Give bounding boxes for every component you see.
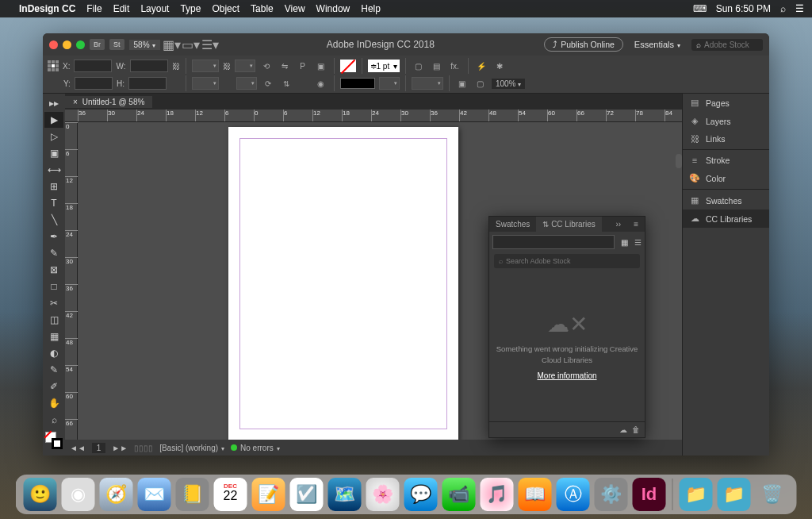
list-view-icon[interactable]: ☰ — [631, 236, 645, 248]
messages-icon[interactable]: 💬 — [404, 478, 438, 511]
scale-y-dropdown[interactable] — [192, 77, 219, 90]
rectangle-frame-tool[interactable]: ⊠ — [44, 262, 63, 278]
mail-icon[interactable]: ✉️ — [138, 478, 171, 511]
notes-icon[interactable]: 📝 — [252, 478, 285, 511]
zoom-level[interactable]: 58% — [129, 40, 160, 50]
flip-h-icon[interactable]: ⇋ — [278, 59, 292, 73]
screen-mode-icon[interactable]: ▭▾ — [184, 37, 198, 52]
h-input[interactable] — [128, 77, 167, 90]
menu-file[interactable]: File — [86, 3, 102, 14]
publish-online-button[interactable]: ⤴Publish Online — [544, 37, 623, 52]
page-tool[interactable]: ▣ — [44, 145, 63, 161]
fit-content-icon[interactable]: ▢ — [473, 76, 488, 90]
pen-tool[interactable]: ✒ — [44, 229, 63, 244]
stroke-style-dropdown[interactable] — [412, 77, 443, 90]
grid-view-icon[interactable]: ▦ — [618, 236, 631, 248]
document-tab[interactable]: ×Untitled-1 @ 58% — [65, 96, 152, 108]
collapse-icon[interactable]: ›› — [609, 217, 627, 232]
siri-icon[interactable]: ◉ — [62, 478, 95, 511]
contacts-icon[interactable]: 📒 — [176, 478, 209, 511]
ibooks-icon[interactable]: 📖 — [519, 478, 552, 511]
pencil-tool[interactable]: ✎ — [44, 245, 63, 261]
view-options-icon[interactable]: ☰▾ — [203, 37, 217, 52]
scissors-tool[interactable]: ✂ — [44, 295, 63, 311]
stock-search[interactable]: ⌕Adobe Stock — [691, 39, 763, 51]
trash-icon[interactable]: 🗑 — [632, 425, 640, 434]
cloud-sync-icon[interactable]: ☁ — [619, 425, 627, 434]
stock-button[interactable]: St — [109, 39, 124, 50]
expand-toolbox-icon[interactable]: ▸▸ — [44, 95, 63, 111]
spotlight-icon[interactable]: ⌕ — [780, 3, 786, 14]
fx-icon[interactable]: fx. — [448, 59, 462, 73]
bridge-button[interactable]: Br — [90, 39, 105, 50]
list-icon[interactable]: ☰ — [795, 3, 804, 14]
finder-icon[interactable]: 🙂 — [24, 478, 57, 511]
menu-edit[interactable]: Edit — [113, 3, 130, 14]
keyboard-icon[interactable]: ⌨︎ — [693, 3, 707, 14]
link-scale-icon[interactable]: ⛓ — [223, 62, 231, 71]
selection-tool[interactable]: ▶ — [44, 112, 63, 128]
reference-point-icon[interactable] — [48, 60, 59, 71]
panel-color[interactable]: 🎨Color — [683, 169, 769, 187]
x-input[interactable] — [74, 60, 112, 72]
maps-icon[interactable]: 🗺️ — [328, 478, 362, 511]
indesign-icon[interactable]: Id — [633, 478, 666, 511]
shear-dropdown[interactable] — [236, 77, 257, 90]
minimize-button[interactable] — [63, 40, 71, 49]
scale-x-dropdown[interactable] — [192, 60, 219, 72]
menu-layout[interactable]: Layout — [140, 3, 169, 14]
arrange-icon[interactable]: ▦▾ — [165, 37, 179, 52]
style-indicator[interactable]: [Basic] (working) — [159, 444, 224, 452]
menu-table[interactable]: Table — [251, 3, 274, 14]
fullscreen-button[interactable] — [76, 40, 85, 49]
direct-selection-tool[interactable]: ▷ — [44, 129, 63, 144]
page-nav-next[interactable]: ►► — [112, 444, 128, 452]
stroke-weight-input[interactable]: ≑1 pt▾ — [368, 60, 400, 72]
fill-stroke-proxy[interactable] — [45, 432, 63, 449]
panel-swatches[interactable]: ▦Swatches — [683, 191, 769, 210]
menu-object[interactable]: Object — [212, 3, 239, 14]
horizontal-ruler[interactable]: 363024181260612182430364248546066727884 — [65, 110, 682, 122]
zoom-tool[interactable]: ⌕ — [44, 412, 63, 428]
vertical-ruler[interactable]: 0612182430364248546066 — [65, 122, 78, 440]
fit-percent[interactable]: 100% — [492, 79, 526, 89]
swatches-tab[interactable]: Swatches — [489, 217, 536, 232]
gradient-feather-tool[interactable]: ◐ — [44, 345, 63, 361]
bolt-icon[interactable]: ⚡ — [474, 59, 488, 73]
folder-docs-icon[interactable]: 📁 — [718, 478, 751, 511]
text-wrap-icon[interactable]: ▤ — [430, 59, 444, 73]
page-number-field[interactable]: 1 — [92, 443, 106, 453]
eyedropper-tool[interactable]: ✐ — [44, 379, 63, 394]
facetime-icon[interactable]: 📹 — [442, 478, 476, 511]
scrollbar-thumb[interactable] — [676, 154, 682, 168]
stroke-dropdown[interactable] — [379, 77, 400, 90]
workspace-switcher[interactable]: Essentials — [628, 38, 687, 51]
hand-tool[interactable]: ✋ — [44, 395, 63, 411]
rotate-dropdown[interactable] — [235, 60, 255, 72]
p-icon[interactable]: P — [296, 59, 310, 73]
rotate-ccw-icon[interactable]: ⟲ — [259, 59, 274, 73]
stroke-swatch[interactable] — [340, 78, 375, 89]
cc-libraries-tab[interactable]: ⇅ CC Libraries — [536, 217, 601, 232]
y-input[interactable] — [75, 77, 113, 90]
preflight-status[interactable]: No errors — [231, 444, 280, 452]
photos-icon[interactable]: 🌸 — [366, 478, 400, 511]
more-info-link[interactable]: More information — [537, 371, 596, 380]
panel-layers[interactable]: ◈Layers — [683, 112, 769, 130]
library-search[interactable]: ⌕Search Adobe Stock — [494, 254, 640, 268]
page-nav-prev[interactable]: ◄◄ — [70, 444, 86, 452]
calendar-icon[interactable]: DEC22 — [214, 478, 247, 511]
close-button[interactable] — [49, 40, 58, 49]
fill-swatch[interactable] — [340, 60, 356, 72]
rotate-cw-icon[interactable]: ⟳ — [261, 76, 275, 90]
library-dropdown[interactable] — [492, 235, 615, 249]
panel-links[interactable]: ⛓Links — [683, 130, 769, 148]
panel-cc-libraries[interactable]: ☁CC Libraries — [683, 210, 769, 228]
gap-tool[interactable]: ⟷ — [44, 162, 63, 178]
type-tool[interactable]: T — [44, 195, 63, 211]
note-tool[interactable]: ✎ — [44, 362, 63, 378]
fit-frame-icon[interactable]: ▣ — [455, 76, 469, 90]
reminders-icon[interactable]: ☑️ — [290, 478, 324, 511]
panel-pages[interactable]: ▤Pages — [683, 94, 769, 112]
itunes-icon[interactable]: 🎵 — [481, 478, 514, 511]
